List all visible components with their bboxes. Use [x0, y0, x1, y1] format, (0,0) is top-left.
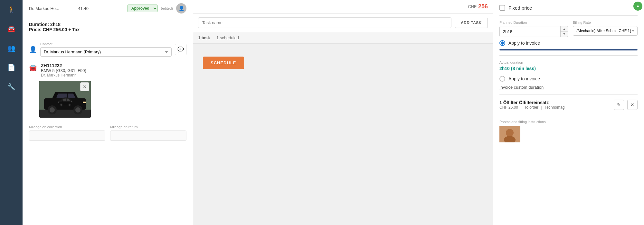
- vehicle-plate: ZH111222: [41, 63, 86, 68]
- amount-display: 41.40: [78, 6, 124, 11]
- contact-select-wrapper: Contact Dr. Markus Hermann (Primary): [40, 42, 172, 57]
- section-divider-1: [499, 55, 638, 56]
- mileage-section: Mileage on collection Mileage on return: [29, 125, 186, 141]
- mileage-collection-input[interactable]: [29, 130, 105, 141]
- schedule-button[interactable]: SCHEDULE: [203, 57, 244, 69]
- planned-duration-input[interactable]: [500, 26, 560, 37]
- scheduled-count: 1 scheduled: [216, 35, 239, 40]
- invoice-custom-link[interactable]: Invoice custom duration: [499, 85, 638, 90]
- vehicle-section: 🚘 ZH111222 BMW 5 (G30, G31, F90) Dr. Mar…: [29, 63, 186, 77]
- task-name-input[interactable]: [198, 17, 451, 28]
- actual-duration-value: 2h10 (8 min less): [499, 66, 638, 71]
- middle-panel: CHF 256 ADD TASK 1 task 1 scheduled SCHE…: [193, 0, 493, 225]
- task-summary-bar: 1 task 1 scheduled: [193, 32, 493, 44]
- svg-marker-5: [56, 94, 67, 98]
- amount-value: 256: [478, 3, 488, 10]
- middle-top: CHF 256: [193, 0, 493, 14]
- contact-label: Contact: [40, 42, 172, 46]
- apply-invoice-actual-row: Apply to invoice: [499, 76, 638, 82]
- part-details: CHF 26.00 | To order | Technomag: [499, 105, 611, 110]
- fixed-price-checkbox[interactable]: [499, 5, 505, 11]
- svg-point-10: [75, 107, 80, 113]
- divider-1: [29, 37, 186, 37]
- part-delete-button[interactable]: ✕: [627, 100, 638, 110]
- duration-up-arrow[interactable]: ▲: [561, 26, 568, 32]
- status-select[interactable]: Approved: [127, 4, 158, 12]
- vehicle-info: ZH111222 BMW 5 (G30, G31, F90) Dr. Marku…: [41, 63, 86, 77]
- fixed-price-label: Fixed price: [508, 5, 532, 11]
- task-input-row: ADD TASK: [193, 14, 493, 32]
- apply-invoice-planned-label: Apply to invoice: [508, 40, 540, 46]
- sidebar-item-people[interactable]: 👥: [5, 42, 18, 55]
- svg-rect-1: [39, 110, 91, 118]
- left-panel: Dr. Markus He... 41.40 Approved (edited)…: [23, 0, 193, 225]
- schedule-area: SCHEDULE: [193, 44, 493, 82]
- billing-rate-label: Billing Rate: [573, 21, 638, 24]
- billing-rate-select[interactable]: (Mechanic) Mike SchmittCHF 1(: [573, 26, 638, 36]
- svg-point-13: [506, 129, 514, 137]
- planned-duration-field: Planned Duration ▲ ▼: [499, 21, 568, 37]
- contact-select[interactable]: Dr. Markus Hermann (Primary): [40, 47, 172, 57]
- apply-invoice-actual-label: Apply to invoice: [508, 76, 540, 81]
- vehicle-icon: 🚘: [29, 64, 37, 71]
- progress-bar: [499, 49, 638, 50]
- fixed-price-row: Fixed price: [499, 5, 638, 16]
- sidebar-item-add-list[interactable]: 🔧: [5, 80, 18, 93]
- car-image-wrapper: ✕: [39, 81, 91, 118]
- actual-duration-section: Actual duration 2h10 (8 min less): [499, 60, 638, 71]
- part-status: To order: [524, 105, 538, 110]
- mileage-return-label: Mileage on return: [110, 125, 186, 129]
- top-right-avatar: ●: [633, 2, 642, 11]
- remove-image-button[interactable]: ✕: [80, 82, 89, 91]
- mileage-collection-label: Mileage on collection: [29, 125, 105, 129]
- price-label: Price: CHF 256.00 + Tax: [29, 27, 186, 32]
- apply-invoice-planned-radio[interactable]: [499, 40, 505, 46]
- apply-invoice-planned-row: Apply to invoice: [499, 40, 638, 46]
- customer-name: Dr. Markus He...: [29, 6, 75, 11]
- sidebar: 🚶 🚘 👥 📄 🔧: [0, 0, 23, 225]
- duration-arrows: ▲ ▼: [560, 26, 568, 37]
- currency-label: CHF: [468, 4, 477, 9]
- sidebar-item-car[interactable]: 🚘: [5, 22, 18, 35]
- duration-block: Duration: 2h18 Price: CHF 256.00 + Tax: [29, 22, 186, 32]
- part-edit-button[interactable]: ✎: [614, 100, 624, 110]
- photo-thumbnail[interactable]: [499, 126, 520, 142]
- amount-row: CHF 256: [468, 3, 488, 10]
- add-task-button[interactable]: ADD TASK: [455, 18, 488, 28]
- apply-invoice-actual-radio[interactable]: [499, 76, 505, 82]
- right-panel: ● Fixed price Planned Duration ▲ ▼ Billi…: [493, 0, 644, 225]
- section-divider-3: [499, 115, 638, 115]
- section-divider-2: [499, 94, 638, 95]
- billing-rate-field: Billing Rate (Mechanic) Mike SchmittCHF …: [573, 21, 638, 37]
- edited-tag: (edited): [161, 6, 173, 10]
- mileage-return-field: Mileage on return: [110, 125, 186, 141]
- vehicle-model: BMW 5 (G30, G31, F90): [41, 68, 86, 73]
- part-info: 1 Ölfilter Ölfiltereinsatz CHF 26.00 | T…: [499, 100, 611, 110]
- actual-duration-label: Actual duration: [499, 60, 638, 64]
- svg-rect-11: [83, 102, 86, 103]
- sidebar-item-list[interactable]: 📄: [5, 61, 18, 74]
- duration-down-arrow[interactable]: ▼: [561, 32, 568, 37]
- avatar[interactable]: 👤: [176, 3, 186, 14]
- task-count: 1 task: [198, 35, 210, 40]
- planned-billing-row: Planned Duration ▲ ▼ Billing Rate (Mecha…: [499, 21, 638, 37]
- svg-point-8: [50, 107, 55, 113]
- mileage-return-input[interactable]: [110, 130, 186, 141]
- vehicle-owner: Dr. Markus Hermann: [41, 73, 86, 77]
- planned-duration-label: Planned Duration: [499, 21, 568, 24]
- contact-icon: 👤: [29, 46, 37, 53]
- part-price: CHF 26.00: [499, 105, 518, 110]
- photos-section: Photos and fitting instructions: [499, 120, 638, 143]
- part-supplier: Technomag: [545, 105, 564, 110]
- duration-label: Duration: 2h18: [29, 22, 186, 27]
- part-item: 1 Ölfilter Ölfiltereinsatz CHF 26.00 | T…: [499, 100, 638, 110]
- duration-input-wrapper: ▲ ▼: [499, 26, 568, 37]
- header-row: Dr. Markus He... 41.40 Approved (edited)…: [29, 0, 186, 17]
- photos-label: Photos and fitting instructions: [499, 120, 638, 124]
- mileage-collection-field: Mileage on collection: [29, 125, 105, 141]
- sidebar-item-person[interactable]: 🚶: [5, 3, 18, 16]
- contact-section: 👤 Contact Dr. Markus Hermann (Primary) 💬: [29, 42, 186, 57]
- chat-button[interactable]: 💬: [175, 44, 186, 55]
- part-name: 1 Ölfilter Ölfiltereinsatz: [499, 100, 611, 105]
